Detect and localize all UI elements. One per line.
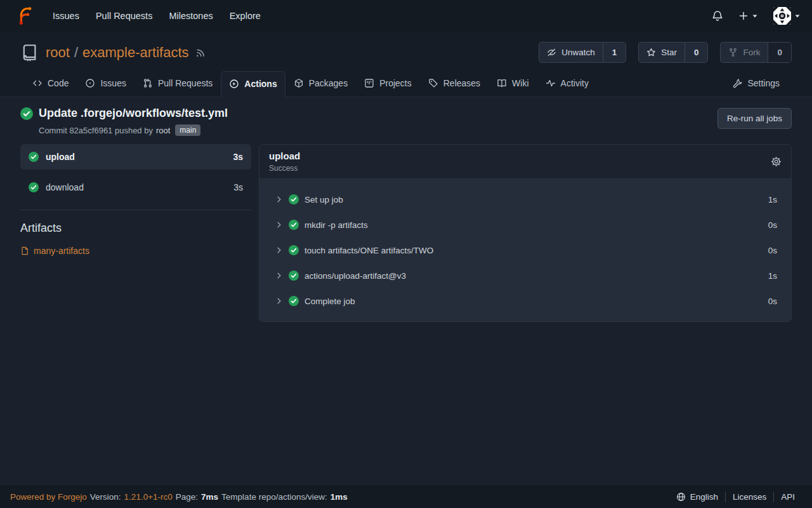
artifact-name: many-artifacts (34, 246, 89, 256)
rerun-all-jobs-button[interactable]: Re-run all jobs (717, 108, 792, 129)
star-button[interactable]: Star 0 (638, 42, 708, 63)
fork-label: Fork (743, 48, 760, 57)
watchers-count[interactable]: 1 (603, 43, 626, 62)
run-success-check-icon (20, 107, 33, 120)
job-detail-name: upload (269, 150, 300, 161)
stars-count[interactable]: 0 (684, 43, 708, 62)
navbar-right (712, 7, 801, 25)
step-success-check-icon (289, 194, 299, 204)
commit-line: Commit 82a5cf6961 pushed by root main (39, 124, 228, 136)
page-time-value: 7ms (201, 492, 218, 502)
nav-pull-requests[interactable]: Pull Requests (88, 6, 160, 26)
job-detail-header: upload Success (259, 145, 791, 179)
open-book-icon (497, 78, 507, 88)
job-item-upload[interactable]: upload 3s (20, 144, 251, 170)
rss-feed-icon[interactable] (195, 47, 206, 58)
step-duration: 0s (768, 246, 777, 255)
play-circle-icon (229, 79, 239, 89)
job-success-check-icon (29, 152, 39, 162)
nav-explore[interactable]: Explore (221, 6, 269, 26)
footer-left: Powered by ForgejoVersion:1.21.0+1-rc0Pa… (10, 492, 348, 502)
tag-icon (428, 78, 438, 88)
branch-badge[interactable]: main (175, 124, 200, 136)
chevron-right-icon (275, 246, 283, 254)
job-duration: 3s (233, 182, 243, 192)
top-navbar: Issues Pull Requests Milestones Explore (0, 0, 812, 32)
licenses-link[interactable]: Licenses (726, 492, 773, 502)
repo-book-icon (20, 43, 39, 62)
code-icon (32, 78, 43, 88)
repo-action-buttons: Unwatch 1 Star 0 (539, 42, 792, 63)
template-time-label: Template repo/actions/view: (221, 492, 327, 502)
tab-packages[interactable]: Packages (285, 70, 356, 97)
artifact-link-many-artifacts[interactable]: many-artifacts (20, 246, 251, 256)
chevron-down-icon (752, 13, 758, 19)
create-new-dropdown[interactable] (738, 11, 758, 21)
job-item-download[interactable]: download 3s (20, 175, 251, 200)
project-board-icon (364, 78, 374, 88)
template-time-value: 1ms (331, 492, 348, 502)
job-name: upload (46, 152, 75, 162)
chevron-right-icon (275, 196, 283, 203)
tab-releases[interactable]: Releases (420, 70, 488, 97)
repo-title-row: root / example-artifacts Unwatc (20, 42, 792, 63)
actions-run-view: Update .forgejo/workflows/test.yml Commi… (0, 97, 812, 322)
step-row-setup-job[interactable]: Set up job 1s (259, 187, 791, 212)
tab-projects[interactable]: Projects (356, 70, 420, 97)
chevron-down-icon (794, 13, 801, 19)
globe-icon (676, 492, 686, 502)
file-icon (20, 246, 29, 255)
step-row-upload-artifact[interactable]: actions/upload-artifact@v3 1s (259, 263, 791, 288)
forgejo-logo-icon[interactable] (15, 6, 34, 25)
sidebar-divider (20, 210, 251, 210)
step-row-complete-job[interactable]: Complete job 0s (259, 288, 791, 314)
notifications-bell-icon[interactable] (712, 10, 723, 22)
job-detail-panel: upload Success Set up job 1s (259, 144, 792, 322)
version-link[interactable]: 1.21.0+1-rc0 (124, 492, 173, 502)
tab-pull-requests[interactable]: Pull Requests (134, 70, 221, 97)
repo-tabbar: Code Issues Pull Requests Actions (20, 70, 792, 97)
tab-code[interactable]: Code (24, 70, 77, 97)
footer-right: English Licenses API (669, 491, 802, 502)
fork-button[interactable]: Fork 0 (720, 42, 792, 63)
plus-icon (738, 11, 749, 21)
step-row-touch[interactable]: touch artifacts/ONE artifacts/TWO 0s (259, 237, 791, 263)
commit-author-link[interactable]: root (156, 126, 170, 135)
tab-wiki[interactable]: Wiki (488, 70, 537, 97)
repo-owner-link[interactable]: root (46, 44, 70, 61)
step-label: actions/upload-artifact@v3 (304, 271, 406, 281)
nav-issues[interactable]: Issues (44, 6, 88, 26)
run-header-left: Update .forgejo/workflows/test.yml Commi… (20, 107, 228, 136)
chevron-right-icon (275, 297, 283, 305)
tab-actions[interactable]: Actions (221, 71, 285, 97)
step-duration: 1s (768, 271, 777, 281)
api-link[interactable]: API (774, 492, 802, 502)
step-row-mkdir[interactable]: mkdir -p artifacts 0s (259, 212, 791, 237)
step-duration: 0s (768, 297, 777, 306)
job-duration: 3s (233, 152, 243, 162)
unwatch-button[interactable]: Unwatch 1 (539, 42, 626, 63)
tab-issues[interactable]: Issues (77, 70, 134, 97)
powered-by-link[interactable]: Powered by Forgejo (10, 492, 87, 502)
pulse-icon (546, 78, 556, 88)
tab-settings[interactable]: Settings (724, 70, 788, 97)
job-name: download (46, 182, 84, 192)
run-header: Update .forgejo/workflows/test.yml Commi… (20, 97, 792, 144)
step-label: touch artifacts/ONE artifacts/TWO (304, 246, 433, 255)
step-duration: 1s (768, 195, 777, 204)
steps-list: Set up job 1s mkdir -p artifacts 0s touc… (259, 179, 791, 321)
eye-slash-icon (547, 48, 556, 57)
forks-count[interactable]: 0 (768, 43, 791, 62)
fork-icon (728, 48, 738, 57)
step-success-check-icon (289, 220, 299, 230)
nav-milestones[interactable]: Milestones (160, 6, 221, 26)
star-label: Star (661, 48, 677, 57)
language-selector[interactable]: English (669, 492, 725, 502)
artifacts-heading: Artifacts (20, 222, 251, 235)
gear-icon[interactable] (771, 156, 782, 167)
repo-name-link[interactable]: example-artifacts (82, 44, 189, 61)
tab-activity[interactable]: Activity (537, 70, 597, 97)
run-title: Update .forgejo/workflows/test.yml (39, 107, 228, 120)
step-label: mkdir -p artifacts (304, 220, 368, 230)
user-menu-dropdown[interactable] (773, 7, 801, 25)
